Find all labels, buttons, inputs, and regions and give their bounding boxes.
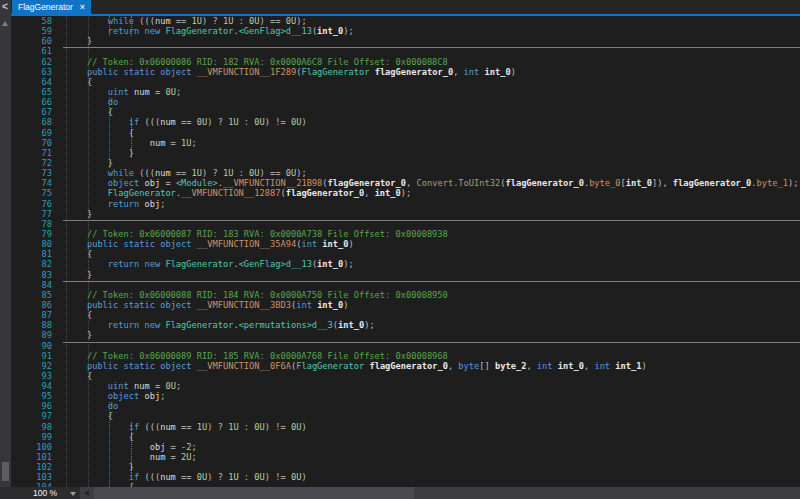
code-line[interactable]: 95 object obj; xyxy=(11,391,800,401)
zoom-control[interactable]: 100 % xyxy=(0,487,80,499)
line-number: 74 xyxy=(11,178,52,188)
code-line[interactable]: 96 do xyxy=(11,401,800,411)
line-number: 85 xyxy=(11,290,52,300)
code-line[interactable]: 61 xyxy=(11,46,800,56)
code-line[interactable]: 63 public static object __VMFUNCTION__1F… xyxy=(11,67,800,77)
code-line[interactable]: 64 { xyxy=(11,77,800,87)
code-text: // Token: 0x06000089 RID: 185 RVA: 0x000… xyxy=(52,351,448,361)
code-line[interactable]: 68 if (((num == 0U) ? 1U : 0U) != 0U) xyxy=(11,117,800,127)
line-number: 101 xyxy=(11,452,52,462)
line-number: 87 xyxy=(11,310,52,320)
code-line[interactable]: 100 obj = -2; xyxy=(11,442,800,452)
code-line[interactable]: 77 } xyxy=(11,209,800,219)
code-line[interactable]: 71 } xyxy=(11,148,800,158)
tab-close-icon[interactable]: × xyxy=(80,0,85,14)
code-line[interactable]: 70 num = 1U; xyxy=(11,138,800,148)
zoom-level: 100 % xyxy=(33,487,57,499)
line-number: 77 xyxy=(11,209,52,219)
member-separator xyxy=(63,281,800,282)
member-separator xyxy=(63,47,800,48)
line-number: 96 xyxy=(11,401,52,411)
code-line[interactable]: 85 // Token: 0x06000088 RID: 184 RVA: 0x… xyxy=(11,290,800,300)
code-line[interactable]: 93 { xyxy=(11,371,800,381)
code-line[interactable]: 86 public static object __VMFUNCTION__3B… xyxy=(11,300,800,310)
code-text: } xyxy=(52,158,113,168)
zoom-dropdown-icon[interactable] xyxy=(70,492,76,496)
code-text: obj = -2; xyxy=(52,442,197,452)
code-line[interactable]: 83 } xyxy=(11,270,800,280)
line-number: 63 xyxy=(11,67,52,77)
code-text: { xyxy=(52,107,113,117)
code-line[interactable]: 84 xyxy=(11,280,800,290)
line-number: 66 xyxy=(11,97,52,107)
code-text: num = 2U; xyxy=(52,452,197,462)
code-line[interactable]: 97 { xyxy=(11,411,800,421)
code-line[interactable]: 59 return new FlagGenerator.<GenFlag>d__… xyxy=(11,26,800,36)
code-line[interactable]: 80 public static object __VMFUNCTION__35… xyxy=(11,239,800,249)
code-line[interactable]: 91 // Token: 0x06000089 RID: 185 RVA: 0x… xyxy=(11,351,800,361)
line-number: 102 xyxy=(11,462,52,472)
left-panel-scrollbar[interactable]: < xyxy=(0,0,11,499)
line-number: 64 xyxy=(11,77,52,87)
line-number: 100 xyxy=(11,442,52,452)
line-number: 82 xyxy=(11,259,52,269)
code-line[interactable]: 75 FlagGenerator.__VMFUNCTION__12887(fla… xyxy=(11,188,800,198)
code-line[interactable]: 79 // Token: 0x06000087 RID: 183 RVA: 0x… xyxy=(11,229,800,239)
code-text: public static object __VMFUNCTION__3BD3(… xyxy=(52,300,349,310)
code-text: while (((num == 1U) ? 1U : 0U) == 0U); xyxy=(52,16,307,26)
tab-flaggenerator[interactable]: FlagGenerator × xyxy=(12,0,91,14)
code-text: return new FlagGenerator.<GenFlag>d__13(… xyxy=(52,26,354,36)
code-text: object obj = <Module>.__VMFUNCTION__21B9… xyxy=(52,178,798,188)
code-line[interactable]: 99 { xyxy=(11,432,800,442)
code-line[interactable]: 78 xyxy=(11,219,800,229)
collapse-left-icon[interactable]: < xyxy=(2,0,8,13)
line-number: 71 xyxy=(11,148,52,158)
code-text: if (((num == 1U) ? 1U : 0U) != 0U) xyxy=(52,422,307,432)
code-line[interactable]: 76 return obj; xyxy=(11,199,800,209)
code-line[interactable]: 82 return new FlagGenerator.<GenFlag>d__… xyxy=(11,259,800,269)
code-line[interactable]: 88 return new FlagGenerator.<permutation… xyxy=(11,320,800,330)
scroll-left-icon[interactable] xyxy=(84,490,89,496)
horizontal-scrollbar-thumb[interactable] xyxy=(94,487,414,499)
code-line[interactable]: 94 uint num = 0U; xyxy=(11,381,800,391)
code-line[interactable]: 102 } xyxy=(11,462,800,472)
code-text: } xyxy=(52,148,134,158)
line-number: 95 xyxy=(11,391,52,401)
member-separator xyxy=(63,220,800,221)
code-line[interactable]: 73 while (((num == 1U) ? 1U : 0U) == 0U)… xyxy=(11,168,800,178)
tab-bar: FlagGenerator × xyxy=(11,0,800,14)
vertical-scrollbar-thumb[interactable] xyxy=(2,462,9,481)
code-line[interactable]: 90 xyxy=(11,341,800,351)
line-number: 93 xyxy=(11,371,52,381)
line-number: 62 xyxy=(11,57,52,67)
code-line[interactable]: 92 public static object __VMFUNCTION__0F… xyxy=(11,361,800,371)
code-text: } xyxy=(52,209,92,219)
code-line[interactable]: 98 if (((num == 1U) ? 1U : 0U) != 0U) xyxy=(11,422,800,432)
line-number: 86 xyxy=(11,300,52,310)
code-line[interactable]: 62 // Token: 0x06000086 RID: 182 RVA: 0x… xyxy=(11,57,800,67)
scroll-up-icon[interactable] xyxy=(2,21,8,26)
code-line[interactable]: 67 { xyxy=(11,107,800,117)
code-line[interactable]: 66 do xyxy=(11,97,800,107)
code-line[interactable]: 87 { xyxy=(11,310,800,320)
code-line[interactable]: 69 { xyxy=(11,128,800,138)
line-number: 67 xyxy=(11,107,52,117)
code-editor[interactable]: 58 while (((num == 1U) ? 1U : 0U) == 0U)… xyxy=(11,16,800,487)
code-line[interactable]: 81 { xyxy=(11,249,800,259)
code-line[interactable]: 58 while (((num == 1U) ? 1U : 0U) == 0U)… xyxy=(11,16,800,26)
line-number: 60 xyxy=(11,36,52,46)
code-lines: 58 while (((num == 1U) ? 1U : 0U) == 0U)… xyxy=(11,16,800,487)
code-line[interactable]: 65 uint num = 0U; xyxy=(11,87,800,97)
code-line[interactable]: 103 if (((num == 0U) ? 1U : 0U) != 0U) xyxy=(11,472,800,482)
code-line[interactable]: 60 } xyxy=(11,36,800,46)
code-text: public static object __VMFUNCTION__35A94… xyxy=(52,239,354,249)
code-text: { xyxy=(52,411,113,421)
code-line[interactable]: 89 } xyxy=(11,330,800,340)
code-line[interactable]: 101 num = 2U; xyxy=(11,452,800,462)
line-number: 76 xyxy=(11,199,52,209)
code-line[interactable]: 74 object obj = <Module>.__VMFUNCTION__2… xyxy=(11,178,800,188)
line-number: 98 xyxy=(11,422,52,432)
active-tab-underline xyxy=(11,14,800,16)
code-text: return new FlagGenerator.<GenFlag>d__13(… xyxy=(52,259,354,269)
code-line[interactable]: 72 } xyxy=(11,158,800,168)
